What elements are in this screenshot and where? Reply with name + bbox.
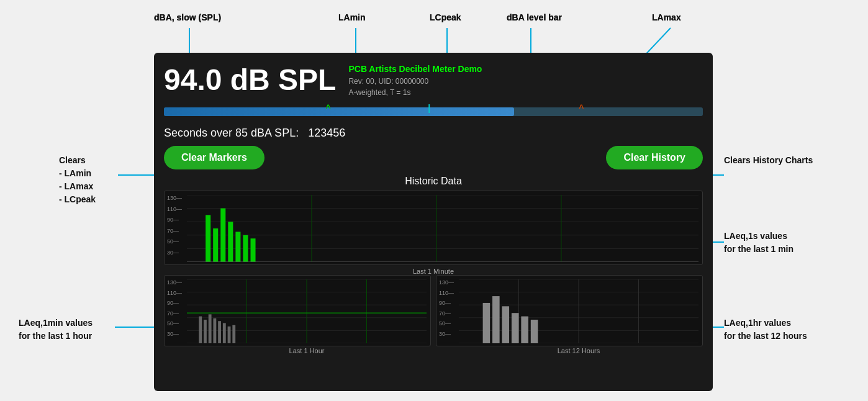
svg-rect-39 <box>204 320 207 343</box>
seconds-over: Seconds over 85 dBA SPL: 123456 <box>164 127 703 140</box>
clears-text: Clears- LAmin- LAmax- LCpeak <box>59 155 96 204</box>
laeq1min-text: LAeq,1min valuesfor the last 1 hour <box>19 318 93 341</box>
seconds-over-label: Seconds over 85 dBA SPL: <box>164 127 299 139</box>
level-bar-fill <box>164 107 514 116</box>
svg-rect-38 <box>199 317 202 343</box>
chart-last-1-hour: 130— 110— 90— 70— 50— 30— <box>164 275 431 346</box>
instrument-panel: 94.0 dB SPL PCB Artists Decibel Meter De… <box>154 53 713 391</box>
level-bar-container: ^ | ^ <box>164 103 703 120</box>
chart-12hours-label: Last 12 Hours <box>459 347 698 354</box>
clears-history-text: Clears History Charts <box>724 155 813 165</box>
level-bar-track <box>164 107 703 116</box>
lcpeak-text: LCpeak <box>430 12 461 22</box>
charts-bottom-row: 130— 110— 90— 70— 50— 30— <box>164 275 703 346</box>
svg-rect-55 <box>483 303 491 343</box>
lamax-text: LAmax <box>652 12 681 22</box>
chart-last-1-min: 130— 110— 90— 70— 50— 30— <box>164 191 703 265</box>
buttons-row: Clear Markers Clear History <box>164 146 703 169</box>
svg-rect-42 <box>218 321 221 343</box>
dba-level-bar-text: dBA level bar <box>507 12 562 22</box>
chart-1min-label: Last 1 Minute <box>164 268 703 275</box>
svg-rect-21 <box>213 228 218 262</box>
lamax-marker: ^ <box>579 103 584 113</box>
chart-svg-1min <box>187 195 698 262</box>
svg-rect-57 <box>502 306 509 343</box>
historic-data-label: Historic Data <box>164 176 703 187</box>
device-weighting: A-weighted, T = 1s <box>348 87 482 98</box>
clears-history-annotation: Clears History Charts <box>724 154 813 167</box>
svg-rect-20 <box>206 215 210 262</box>
lamin-marker: ^ <box>325 103 330 113</box>
svg-rect-43 <box>223 323 226 343</box>
y-axis-1hour: 130— 110— 90— 70— 50— 30— <box>167 279 182 337</box>
svg-rect-58 <box>512 313 519 343</box>
device-title: PCB Artists Decibel Meter Demo <box>348 63 482 76</box>
lcpeak-marker: | <box>428 103 430 113</box>
db-value: 94.0 dB SPL <box>164 65 336 95</box>
clear-markers-button[interactable]: Clear Markers <box>164 146 264 169</box>
svg-rect-40 <box>209 314 212 343</box>
svg-rect-44 <box>228 327 231 343</box>
svg-rect-25 <box>243 235 248 262</box>
svg-rect-45 <box>232 325 235 343</box>
chart-last-12-hours: 130— 110— 90— 70— 50— 30— <box>436 275 703 346</box>
svg-rect-60 <box>531 320 538 343</box>
y-axis-12hours: 130— 110— 90— 70— 50— 30— <box>439 279 454 337</box>
laeq1s-text: LAeq,1s valuesfor the last 1 min <box>724 231 793 254</box>
svg-rect-23 <box>228 222 233 262</box>
svg-rect-59 <box>521 317 528 343</box>
dba-slow-spl-text: dBA, slow (SPL) <box>154 12 221 22</box>
top-info: 94.0 dB SPL PCB Artists Decibel Meter De… <box>164 63 703 98</box>
lamin-text: LAmin <box>338 12 366 22</box>
seconds-over-value: 123456 <box>308 127 345 139</box>
svg-rect-56 <box>492 296 500 343</box>
clear-history-button[interactable]: Clear History <box>606 146 703 169</box>
laeq1hr-text: LAeq,1hr valuesfor the last 12 hours <box>724 318 807 341</box>
laeq1hr-annotation: LAeq,1hr valuesfor the last 12 hours <box>724 317 807 343</box>
svg-rect-41 <box>213 318 216 343</box>
svg-rect-22 <box>220 209 225 262</box>
y-axis-1min: 130— 110— 90— 70— 50— 30— <box>167 195 182 256</box>
device-rev: Rev: 00, UID: 00000000 <box>348 76 482 87</box>
chart-1hour-label: Last 1 Hour <box>187 347 427 354</box>
chart-svg-12hours <box>459 279 698 343</box>
svg-rect-26 <box>250 238 255 262</box>
device-info: PCB Artists Decibel Meter Demo Rev: 00, … <box>348 63 482 98</box>
laeq1s-annotation: LAeq,1s valuesfor the last 1 min <box>724 230 793 256</box>
chart-svg-1hour <box>187 279 427 343</box>
laeq1min-annotation: LAeq,1min valuesfor the last 1 hour <box>19 317 115 343</box>
clears-annotation: Clears- LAmin- LAmax- LCpeak <box>59 154 96 206</box>
svg-rect-24 <box>235 232 240 262</box>
